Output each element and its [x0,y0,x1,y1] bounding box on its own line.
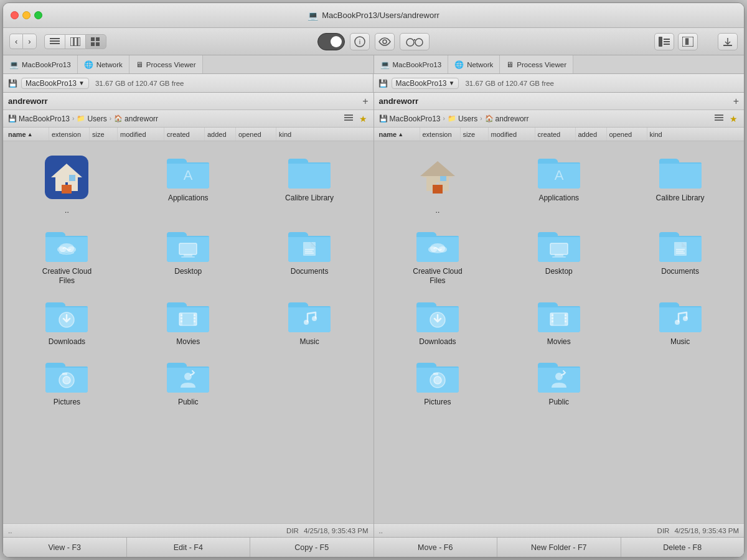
right-list-icon[interactable] [713,113,725,125]
sidebar-button[interactable] [654,33,674,50]
right-tab-processviewer[interactable]: 🖥 Process Viewer [500,55,573,73]
right-col-size[interactable]: size [461,128,489,141]
right-path-sep-1: › [443,115,445,122]
forward-button[interactable]: › [22,34,36,49]
toggle-button[interactable] [317,33,345,50]
left-col-name[interactable]: name ▲ [6,128,49,141]
left-item-movies[interactable]: Movies [128,291,249,352]
back-button[interactable]: ‹ [9,34,22,49]
macbook-icon: 💻 [9,60,19,69]
right-star-icon[interactable]: ★ [728,113,739,125]
left-tab-processviewer[interactable]: 🖥 Process Viewer [129,55,203,73]
left-item-pictures[interactable]: Pictures [6,352,128,413]
right-path-macbookpro[interactable]: 💾 MacBookPro13 [379,114,441,123]
svg-rect-23 [344,119,353,121]
grid-view-button[interactable] [85,34,106,49]
info-button[interactable]: i [350,33,370,50]
left-tab-macbookpro[interactable]: 💻 MacBookPro13 [3,55,78,73]
svg-rect-17 [664,41,670,42]
left-list-icon[interactable] [343,113,354,125]
right-path-users[interactable]: 📁 Users [448,114,477,123]
nav-buttons[interactable]: ‹ › [9,34,37,49]
right-path-andreworr[interactable]: 🏠 andreworr [485,114,529,123]
left-star-icon[interactable]: ★ [358,113,369,125]
left-item-public[interactable]: Public [128,352,249,413]
svg-point-12 [383,40,387,44]
svg-rect-68 [552,256,566,258]
right-item-documents[interactable]: Documents [619,221,741,291]
left-col-created[interactable]: created [164,128,205,141]
minimize-button[interactable] [22,11,31,19]
left-col-added[interactable]: added [205,128,236,141]
right-item-desktop[interactable]: Desktop [498,221,619,291]
left-col-ext[interactable]: extension [49,128,90,141]
right-col-added[interactable]: added [576,128,607,141]
eye-button[interactable] [375,33,395,50]
left-item-creative-cloud[interactable]: Creative Cloud Files [6,221,128,291]
left-item-music[interactable]: Music [249,291,370,352]
close-button[interactable] [11,11,19,19]
view-f3-button[interactable]: View - F3 [3,538,127,557]
delete-f8-button[interactable]: Delete - F8 [621,538,745,557]
right-add-tab[interactable]: + [733,96,739,107]
right-item-downloads[interactable]: Downloads [377,291,499,352]
right-col-kind[interactable]: kind [647,128,742,141]
new-folder-f7-button[interactable]: New Folder - F7 [497,538,621,557]
right-col-opened[interactable]: opened [607,128,647,141]
svg-point-83 [675,320,680,325]
download-button[interactable] [718,33,738,50]
left-col-opened[interactable]: opened [236,128,276,141]
binoculars-button[interactable] [400,33,430,50]
bottom-toolbar: View - F3 Edit - F4 Copy - F5 Move - F6 … [3,537,744,557]
traffic-lights[interactable] [11,11,42,19]
svg-rect-26 [62,185,72,194]
right-tab-macbookpro[interactable]: 💻 MacBookPro13 [374,55,449,73]
left-disk-selector[interactable]: MacBookPro13 ▼ [21,78,89,89]
right-item-pictures[interactable]: Pictures [377,352,499,413]
left-item-calibre[interactable]: Calibre Library [249,147,370,221]
edit-f4-button[interactable]: Edit - F4 [127,538,251,557]
left-add-tab[interactable]: + [362,96,368,107]
left-path-macbookpro[interactable]: 💾 MacBookPro13 [8,114,70,123]
right-item-music[interactable]: Music [619,291,741,352]
right-col-ext[interactable]: extension [420,128,461,141]
right-col-modified[interactable]: modified [489,128,535,141]
left-tab-network[interactable]: 🌐 Network [78,55,129,73]
maximize-button[interactable] [34,11,42,19]
svg-rect-32 [179,243,197,254]
column-view-button[interactable] [65,34,85,49]
svg-rect-47 [194,317,195,319]
right-col-name[interactable]: name ▲ [377,128,420,141]
right-item-home[interactable]: .. [377,147,499,221]
left-item-cc-label: Creative Cloud Files [39,267,95,286]
right-item-movies[interactable]: Movies [498,291,619,352]
right-item-creative-cloud[interactable]: Creative Cloud Files [377,221,499,291]
left-col-modified[interactable]: modified [118,128,164,141]
right-item-public[interactable]: Public [498,352,619,413]
left-col-kind[interactable]: kind [276,128,371,141]
copy-f5-button[interactable]: Copy - F5 [250,538,374,557]
right-col-created[interactable]: created [535,128,576,141]
right-tab-network[interactable]: 🌐 Network [448,55,500,73]
left-path-bar: 💾 MacBookPro13 › 📁 Users › 🏠 andreworr [3,110,374,128]
left-item-desktop[interactable]: Desktop [128,221,249,291]
left-item-documents[interactable]: Documents [249,221,370,291]
list-view-button[interactable] [44,34,65,49]
left-path-andreworr[interactable]: 🏠 andreworr [114,114,158,123]
svg-text:A: A [554,167,563,183]
svg-text:A: A [184,167,193,183]
right-item-music-label: Music [670,337,690,347]
left-item-downloads[interactable]: Downloads [6,291,128,352]
terminal-button[interactable]: ▐▌ [678,33,698,50]
left-item-desktop-label: Desktop [174,267,202,277]
view-buttons[interactable] [44,34,106,49]
right-item-applications[interactable]: A Applications [498,147,619,221]
right-item-calibre[interactable]: Calibre Library [619,147,741,221]
left-item-applications[interactable]: A Applications [128,147,249,221]
left-col-size[interactable]: size [90,128,118,141]
move-f6-button[interactable]: Move - F6 [374,538,498,557]
right-disk-selector[interactable]: MacBookPro13 ▼ [392,78,459,89]
left-path-users[interactable]: 📁 Users [77,114,106,123]
left-item-home[interactable]: .. [6,147,128,221]
svg-rect-46 [194,314,195,316]
